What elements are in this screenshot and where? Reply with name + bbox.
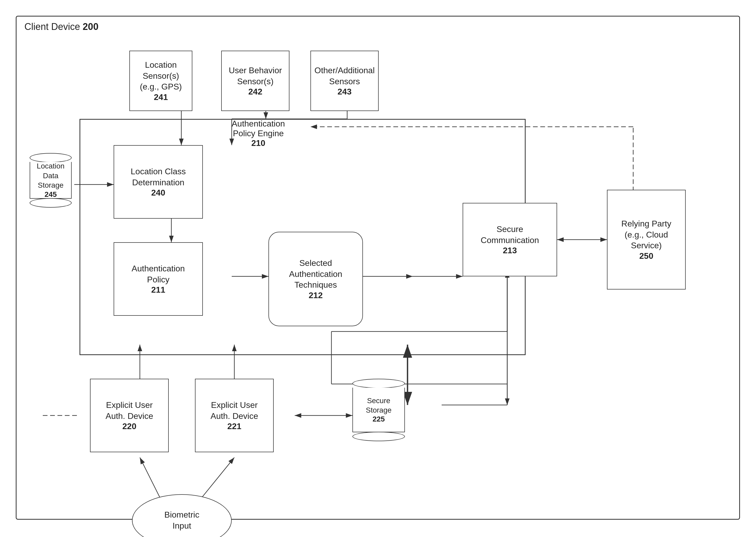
secure-comm-label: SecureCommunication — [481, 224, 539, 246]
secure-storage-label: SecureStorage — [366, 396, 391, 415]
auth-policy-box: AuthenticationPolicy 211 — [114, 242, 203, 316]
svg-line-30 — [200, 457, 234, 499]
relying-party-label: Relying Party(e.g., CloudService) — [621, 218, 671, 251]
user-behavior-sensor-num: 242 — [248, 87, 262, 97]
location-class-det-label: Location ClassDetermination — [131, 166, 186, 188]
secure-comm-box: SecureCommunication 213 — [463, 203, 557, 276]
other-sensors-label: Other/AdditionalSensors — [314, 65, 375, 87]
location-data-storage-label: Location DataStorage — [30, 161, 71, 190]
selected-auth-tech-num: 212 — [309, 291, 323, 300]
location-sensor-num: 241 — [154, 92, 168, 102]
selected-auth-tech-box: SelectedAuthenticationTechniques 212 — [268, 232, 363, 326]
other-sensors-num: 243 — [338, 87, 351, 97]
secure-storage-cylinder: SecureStorage 225 — [352, 379, 405, 441]
location-sensor-label: Location Sensor(s)(e.g., GPS) — [130, 60, 192, 92]
location-class-det-box: Location ClassDetermination 240 — [114, 145, 203, 219]
location-class-det-num: 240 — [151, 188, 165, 198]
relying-party-num: 250 — [639, 251, 653, 261]
explicit-user-auth-device-220-num: 220 — [122, 422, 136, 431]
explicit-user-auth-device-221-num: 221 — [227, 422, 241, 431]
location-data-storage-num: 245 — [45, 190, 57, 199]
explicit-user-auth-device-220-box: Explicit UserAuth. Device 220 — [90, 379, 169, 452]
explicit-user-auth-device-220-label: Explicit UserAuth. Device — [105, 400, 153, 422]
user-behavior-sensor-box: User BehaviorSensor(s) 242 — [221, 51, 290, 111]
explicit-user-auth-device-221-label: Explicit UserAuth. Device — [211, 400, 258, 422]
explicit-user-auth-device-221-box: Explicit UserAuth. Device 221 — [195, 379, 274, 452]
user-behavior-sensor-label: User BehaviorSensor(s) — [229, 65, 282, 87]
biometric-input-ellipse: BiometricInput — [132, 494, 232, 537]
auth-policy-label: AuthenticationPolicy — [132, 263, 185, 285]
location-data-storage-cylinder: Location DataStorage 245 — [30, 153, 72, 208]
svg-line-29 — [140, 457, 161, 499]
diagram-container: Client Device 200 — [16, 16, 740, 520]
biometric-input-label: BiometricInput — [164, 510, 199, 531]
secure-comm-num: 213 — [503, 246, 517, 255]
auth-policy-num: 211 — [151, 285, 165, 295]
other-sensors-box: Other/AdditionalSensors 243 — [310, 51, 378, 111]
selected-auth-tech-label: SelectedAuthenticationTechniques — [289, 258, 342, 291]
secure-storage-num: 225 — [373, 415, 385, 423]
client-device-label: Client Device 200 — [24, 21, 99, 32]
location-sensor-box: Location Sensor(s)(e.g., GPS) 241 — [129, 51, 192, 111]
relying-party-box: Relying Party(e.g., CloudService) 250 — [607, 190, 686, 289]
